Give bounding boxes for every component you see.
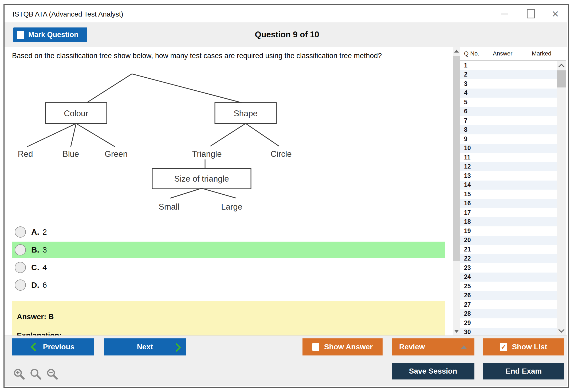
radio-button-icon[interactable] — [15, 244, 26, 255]
table-row[interactable]: 18 — [460, 217, 557, 227]
tree-leaf-green: Green — [105, 149, 128, 159]
tree-leaf-red: Red — [18, 149, 33, 159]
table-row[interactable]: 23 — [460, 263, 557, 273]
maximize-button[interactable] — [523, 8, 538, 20]
table-row[interactable]: 20 — [460, 236, 557, 245]
table-row[interactable]: 9 — [460, 134, 557, 144]
cell-q: 16 — [460, 200, 486, 207]
table-row[interactable]: 8 — [460, 125, 557, 135]
table-row[interactable]: 7 — [460, 116, 557, 125]
cell-q: 30 — [460, 329, 486, 335]
show-list-button[interactable]: ✓ Show List — [483, 338, 564, 355]
cell-q: 22 — [460, 255, 486, 262]
scroll-up-icon[interactable] — [559, 64, 565, 70]
table-row[interactable]: 22 — [460, 254, 557, 263]
zoom-in-icon[interactable] — [13, 368, 26, 381]
answer-text: Answer: B — [17, 313, 54, 321]
mark-question-button[interactable]: Mark Question — [13, 27, 87, 42]
next-label: Next — [137, 343, 153, 351]
table-row[interactable]: 4 — [460, 89, 557, 98]
tree-node-size-of-triangle: Size of triangle — [174, 174, 229, 183]
scrollbar-thumb[interactable] — [453, 56, 460, 261]
radio-button-icon[interactable] — [15, 262, 26, 273]
end-exam-label: End Exam — [506, 367, 542, 375]
table-row[interactable]: 25 — [460, 282, 557, 291]
review-button[interactable]: Review — [392, 338, 474, 355]
table-row[interactable]: 26 — [460, 291, 557, 300]
table-row[interactable]: 24 — [460, 273, 557, 282]
tree-leaf-small: Small — [159, 202, 179, 211]
table-row[interactable]: 11 — [460, 153, 557, 162]
option-letter: A. — [31, 227, 39, 237]
table-row[interactable]: 17 — [460, 208, 557, 217]
table-row[interactable]: 19 — [460, 226, 557, 236]
table-row[interactable]: 16 — [460, 199, 557, 208]
close-button[interactable]: × — [548, 8, 563, 20]
table-row[interactable]: 2 — [460, 70, 557, 79]
cell-q: 20 — [460, 237, 486, 244]
table-row[interactable]: 3 — [460, 79, 557, 89]
cell-q: 12 — [460, 163, 486, 170]
content-scrollbar[interactable] — [453, 47, 460, 335]
cell-q: 26 — [460, 292, 486, 299]
table-row[interactable]: 28 — [460, 309, 557, 319]
cell-q: 21 — [460, 246, 486, 253]
search-icon[interactable] — [29, 368, 42, 381]
footer-bar: Previous Next Show Answer Review ✓ Show … — [5, 335, 567, 386]
show-answer-button[interactable]: Show Answer — [302, 338, 383, 355]
scroll-up-icon[interactable] — [454, 50, 459, 53]
tree-node-colour: Colour — [64, 109, 88, 118]
minimize-button[interactable] — [497, 8, 512, 20]
cell-q: 9 — [460, 135, 486, 143]
next-button[interactable]: Next — [104, 338, 186, 355]
end-exam-button[interactable]: End Exam — [483, 363, 564, 379]
table-row[interactable]: 14 — [460, 181, 557, 190]
save-session-label: Save Session — [409, 367, 457, 375]
radio-button-icon[interactable] — [15, 226, 26, 238]
scroll-down-icon[interactable] — [454, 330, 459, 333]
option-value: 3 — [42, 245, 47, 254]
cell-q: 11 — [460, 154, 486, 161]
cell-q: 4 — [460, 89, 486, 97]
table-row[interactable]: 21 — [460, 245, 557, 254]
cell-q: 17 — [460, 209, 486, 216]
scrollbar-thumb[interactable] — [557, 70, 566, 87]
cell-q: 24 — [460, 273, 486, 281]
zoom-toolbar — [13, 368, 59, 381]
save-session-button[interactable]: Save Session — [392, 363, 474, 379]
close-icon: × — [552, 8, 559, 20]
table-row[interactable]: 15 — [460, 190, 557, 199]
scroll-down-icon[interactable] — [559, 327, 565, 333]
table-row[interactable]: 5 — [460, 98, 557, 107]
tree-leaf-blue: Blue — [62, 149, 79, 159]
table-row[interactable]: 10 — [460, 144, 557, 153]
cell-q: 29 — [460, 319, 486, 327]
zoom-out-icon[interactable] — [46, 368, 59, 381]
cell-q: 18 — [460, 218, 486, 225]
cell-q: 23 — [460, 264, 486, 271]
table-row[interactable]: 6 — [460, 107, 557, 116]
checked-checkbox-icon[interactable]: ✓ — [500, 343, 507, 351]
table-row[interactable]: 27 — [460, 300, 557, 309]
radio-button-icon[interactable] — [15, 279, 26, 291]
cell-q: 25 — [460, 283, 486, 290]
question-list-header: Q No. Answer Marked — [460, 47, 566, 61]
question-list-scrollbar[interactable] — [557, 61, 566, 335]
cell-q: 8 — [460, 126, 486, 133]
cell-q: 6 — [460, 108, 486, 115]
option-row-b[interactable]: B. 3 — [12, 242, 445, 258]
option-value: 6 — [42, 281, 47, 290]
table-row[interactable]: 29 — [460, 318, 557, 328]
collapse-arrow-icon — [461, 345, 467, 349]
checkbox-icon[interactable] — [17, 31, 24, 39]
checkbox-icon[interactable] — [312, 343, 319, 351]
table-row[interactable]: 1 — [460, 61, 557, 70]
option-row-c[interactable]: C. 4 — [12, 259, 445, 276]
table-row[interactable]: 13 — [460, 171, 557, 181]
table-row[interactable]: 30 — [460, 328, 557, 336]
classification-tree-diagram: Colour Shape Red Blue Green Triangle Cir… — [11, 64, 310, 220]
table-row[interactable]: 12 — [460, 162, 557, 171]
option-row-a[interactable]: A. 2 — [12, 224, 445, 240]
previous-button[interactable]: Previous — [12, 338, 94, 355]
option-row-d[interactable]: D. 6 — [12, 277, 445, 293]
